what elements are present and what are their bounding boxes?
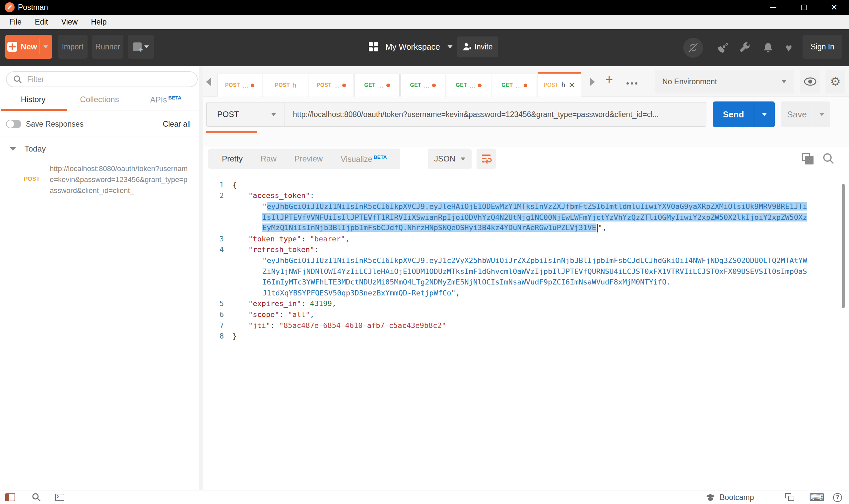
minimize-button[interactable] bbox=[763, 0, 783, 15]
import-button[interactable]: Import bbox=[58, 35, 88, 59]
notifications-bell-icon[interactable] bbox=[761, 29, 775, 66]
scroll-tabs-right-icon[interactable] bbox=[590, 77, 595, 86]
menu-file[interactable]: File bbox=[3, 15, 28, 29]
line-number: 5 bbox=[203, 300, 233, 308]
view-visualize[interactable]: VisualizeBETA bbox=[332, 154, 396, 164]
code-token: " bbox=[262, 202, 267, 211]
open-panes-icon[interactable] bbox=[785, 490, 795, 504]
new-dropdown-arrow[interactable] bbox=[39, 46, 52, 49]
new-window-button[interactable] bbox=[128, 35, 154, 59]
url-input[interactable]: http://localhost:8080/oauth/token?userna… bbox=[293, 110, 701, 119]
code-text: { bbox=[233, 181, 237, 189]
view-preview[interactable]: Preview bbox=[286, 154, 332, 163]
environment-selector[interactable]: No Environment bbox=[655, 70, 794, 93]
invite-button[interactable]: Invite bbox=[457, 36, 498, 57]
tab-collections[interactable]: Collections bbox=[66, 95, 133, 110]
chevron-down-icon bbox=[10, 147, 16, 151]
clear-all-link[interactable]: Clear all bbox=[163, 120, 191, 129]
sidebar-scrollbar[interactable] bbox=[199, 66, 203, 490]
tab-apis[interactable]: APIsBETA bbox=[133, 95, 199, 110]
request-tab[interactable]: GET... bbox=[400, 74, 446, 96]
format-dropdown[interactable]: JSON bbox=[428, 148, 472, 169]
unsaved-dot-icon bbox=[342, 84, 346, 87]
tab-options-icon[interactable] bbox=[627, 82, 637, 85]
satellite-icon[interactable] bbox=[716, 29, 729, 66]
close-button[interactable]: ✕ bbox=[824, 0, 844, 15]
filter-placeholder: Filter bbox=[27, 75, 44, 84]
toggle-sidebar-icon[interactable] bbox=[5, 490, 15, 504]
line-number: 2 bbox=[203, 191, 233, 200]
save-responses-toggle[interactable] bbox=[6, 120, 21, 128]
request-tab[interactable]: GET... bbox=[355, 74, 400, 96]
tab-history[interactable]: History bbox=[0, 95, 66, 110]
code-token: : bbox=[270, 321, 279, 329]
active-section-underline bbox=[206, 131, 257, 133]
copy-icon[interactable] bbox=[802, 153, 814, 165]
help-icon[interactable]: ? bbox=[833, 490, 842, 504]
runner-button[interactable]: Runner bbox=[92, 35, 123, 59]
request-tab[interactable]: POSTh bbox=[263, 74, 308, 96]
close-tab-icon[interactable]: ✕ bbox=[568, 80, 575, 90]
code-text: } bbox=[233, 332, 237, 340]
new-button[interactable]: New bbox=[5, 35, 52, 59]
menu-edit[interactable]: Edit bbox=[28, 15, 55, 29]
new-tab-button[interactable]: + bbox=[605, 72, 613, 87]
send-label: Send bbox=[713, 102, 754, 127]
bootcamp-button[interactable]: Bootcamp bbox=[705, 490, 754, 504]
wrench-icon[interactable] bbox=[739, 29, 752, 66]
console-icon[interactable] bbox=[55, 490, 64, 504]
today-section-header[interactable]: Today bbox=[10, 144, 46, 154]
view-pretty[interactable]: Pretty bbox=[213, 154, 252, 163]
invite-person-icon bbox=[463, 42, 471, 51]
search-response-icon[interactable] bbox=[822, 152, 835, 166]
menu-help[interactable]: Help bbox=[84, 15, 113, 29]
filter-input[interactable]: Filter bbox=[6, 71, 198, 87]
settings-gear-icon[interactable]: ⚙ bbox=[826, 70, 845, 93]
request-tab[interactable]: POST... bbox=[309, 74, 354, 96]
environment-quick-look-button[interactable] bbox=[800, 70, 820, 93]
wrap-lines-button[interactable] bbox=[476, 148, 496, 169]
code-text: "token_type": "bearer", bbox=[233, 235, 349, 243]
code-line: EyMzQ1NiIsInNjb3BlIjpbImFsbCJdfQ.NhrzHNp… bbox=[203, 222, 845, 233]
line-number: 8 bbox=[203, 332, 233, 340]
status-bar: Bootcamp ⌨ ? bbox=[0, 490, 849, 504]
code-token: , bbox=[310, 310, 314, 319]
save-dropdown-arrow[interactable] bbox=[813, 102, 830, 127]
sign-in-button[interactable]: Sign In bbox=[802, 35, 842, 59]
method-label: POST bbox=[217, 110, 271, 119]
request-tab[interactable]: GET... bbox=[446, 74, 491, 96]
beta-badge: BETA bbox=[374, 154, 387, 160]
request-tab-strip: POST...POSThPOST...GET...GET...GET...GET… bbox=[203, 66, 849, 96]
line-number: 3 bbox=[203, 235, 233, 243]
method-dropdown[interactable]: POST bbox=[206, 103, 285, 126]
tab-title: ... bbox=[378, 82, 384, 89]
request-tab[interactable]: POST... bbox=[217, 74, 262, 96]
find-replace-icon[interactable] bbox=[32, 490, 41, 504]
code-line: I6ImIyMTc3YWFhLTE3MDctNDUzMi05MmQ4LTg2ND… bbox=[203, 276, 845, 287]
shortcuts-keyboard-icon[interactable]: ⌨ bbox=[809, 490, 825, 504]
workspace-switcher[interactable]: My Workspace bbox=[369, 35, 453, 59]
code-token: "expires_in" bbox=[248, 300, 301, 308]
send-button[interactable]: Send bbox=[713, 102, 775, 127]
code-token: "token_type" bbox=[248, 235, 301, 243]
response-body-editor[interactable]: 1{2"access_token":"eyJhbGciOiJIUzI1NiIsI… bbox=[203, 177, 845, 490]
response-scrollbar[interactable] bbox=[842, 184, 845, 308]
tab-method-label: GET bbox=[364, 82, 375, 88]
code-text: "expires_in": 43199, bbox=[233, 300, 336, 308]
view-raw[interactable]: Raw bbox=[252, 154, 286, 163]
active-tab-underline bbox=[1, 109, 67, 111]
tab-method-label: POST bbox=[317, 82, 332, 88]
scroll-tabs-left-icon[interactable] bbox=[206, 77, 211, 86]
history-item[interactable]: POST http://localhost:8080/oauth/token?u… bbox=[0, 163, 199, 199]
workspace-label: My Workspace bbox=[385, 42, 440, 52]
code-line: 1{ bbox=[203, 179, 845, 190]
maximize-button[interactable] bbox=[793, 0, 814, 15]
heart-icon[interactable]: ♥ bbox=[782, 29, 795, 66]
sync-disabled-icon[interactable] bbox=[683, 29, 704, 66]
request-tab[interactable]: GET... bbox=[492, 74, 537, 96]
eye-icon bbox=[804, 77, 816, 86]
send-dropdown-arrow[interactable] bbox=[754, 102, 775, 127]
menu-view[interactable]: View bbox=[55, 15, 84, 29]
active-request-tab[interactable]: POST h ✕ bbox=[538, 72, 581, 96]
save-button[interactable]: Save bbox=[781, 102, 830, 127]
